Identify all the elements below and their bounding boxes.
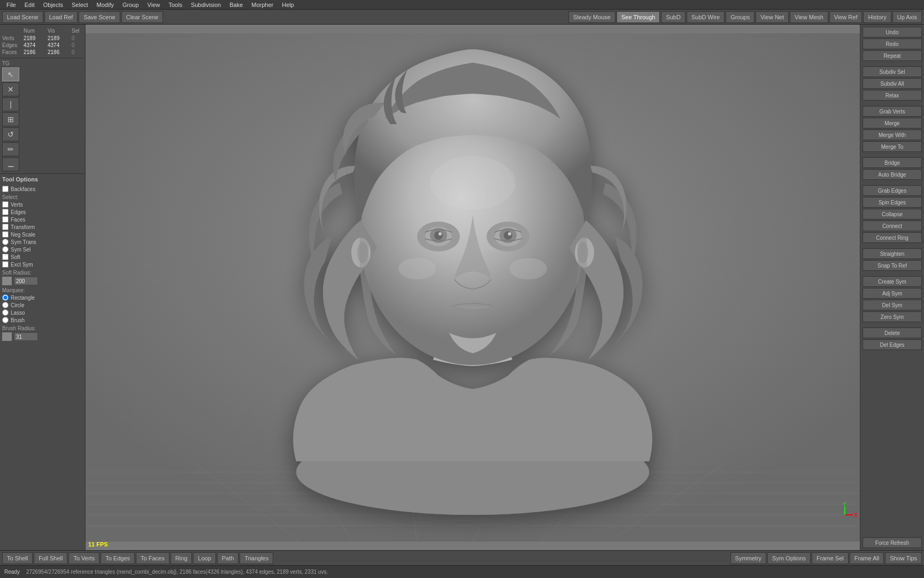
right-btn-undo[interactable]: Undo <box>863 27 922 37</box>
right-btn-merge[interactable]: Merge <box>863 118 922 128</box>
tool-cross[interactable]: ✕ <box>2 82 19 96</box>
right-btn-create-sym[interactable]: Create Sym <box>863 276 922 287</box>
right-btn-bridge[interactable]: Bridge <box>863 157 922 168</box>
menu-item-view[interactable]: View <box>143 2 165 8</box>
bottom-right-btn-sym-options[interactable]: Sym Options <box>767 552 811 564</box>
toolbar-btn-load-scene[interactable]: Load Scene <box>2 11 43 23</box>
right-btn-repeat[interactable]: Repeat <box>863 50 922 61</box>
menu-item-group[interactable]: Group <box>118 2 143 8</box>
right-btn-snap-to-ref[interactable]: Snap To Ref <box>863 260 922 271</box>
right-btn-delete[interactable]: Delete <box>863 328 922 338</box>
bottom-btn-to-verts[interactable]: To Verts <box>68 552 99 564</box>
menu-item-objects[interactable]: Objects <box>39 2 67 8</box>
svg-point-22 <box>504 231 512 240</box>
right-btn-merge-to[interactable]: Merge To <box>863 141 922 152</box>
toolbar-btn-see-through[interactable]: See Through <box>617 11 660 23</box>
bottom-btn-ring[interactable]: Ring <box>171 552 192 564</box>
right-btn-grab-edges[interactable]: Grab Edges <box>863 185 922 196</box>
tool-pen[interactable]: ✏ <box>2 142 19 156</box>
right-btn-subdiv-all[interactable]: Subdiv All <box>863 78 922 89</box>
right-btn-del-edges[interactable]: Del Edges <box>863 339 922 350</box>
rectangle-label: Rectangle <box>11 295 35 301</box>
sym-sel-radio[interactable] <box>2 246 9 253</box>
right-btn-straighten[interactable]: Straighten <box>863 248 922 259</box>
right-separator <box>863 102 922 105</box>
right-btn-force-refresh[interactable]: Force Refresh <box>863 537 922 548</box>
right-btn-collapse[interactable]: Collapse <box>863 209 922 219</box>
toolbar-btn-save-scene[interactable]: Save Scene <box>79 11 120 23</box>
rectangle-radio[interactable] <box>2 294 9 301</box>
toolbar-btn-subd[interactable]: SubD <box>661 11 686 23</box>
edges-checkbox[interactable] <box>2 209 9 215</box>
right-separator <box>863 244 922 247</box>
tool-loop[interactable]: ↺ <box>2 127 19 141</box>
bottom-btn-loop[interactable]: Loop <box>193 552 215 564</box>
right-btn-relax[interactable]: Relax <box>863 90 922 101</box>
bottom-btn-path[interactable]: Path <box>217 552 239 564</box>
tool-knife[interactable]: ⚊ <box>2 157 19 171</box>
menu-item-morpher[interactable]: Morpher <box>247 2 278 8</box>
neg-scale-checkbox[interactable] <box>2 231 9 238</box>
backfaces-checkbox[interactable] <box>2 186 9 192</box>
right-btn-connect[interactable]: Connect <box>863 220 922 231</box>
soft-radius-input[interactable] <box>14 277 38 285</box>
right-btn-zero-sym[interactable]: Zero Sym <box>863 311 922 322</box>
menu-item-help[interactable]: Help <box>278 2 298 8</box>
stats-blank <box>2 28 24 34</box>
bottom-btn-to-shell[interactable]: To Shell <box>2 552 33 564</box>
tool-line[interactable]: | <box>2 97 19 111</box>
menu-item-modify[interactable]: Modify <box>93 2 118 8</box>
right-btn-auto-bridge[interactable]: Auto Bridge <box>863 169 922 180</box>
verts-checkbox[interactable] <box>2 201 9 208</box>
menu-item-bake[interactable]: Bake <box>225 2 247 8</box>
svg-point-25 <box>398 258 436 279</box>
toolbar-btn-view-ref[interactable]: View Ref <box>829 11 863 23</box>
toolbar-btn-load-ref[interactable]: Load Ref <box>44 11 78 23</box>
soft-checkbox[interactable] <box>2 254 9 260</box>
tool-arrow[interactable]: ↖ <box>2 67 19 81</box>
right-btn-spin-edges[interactable]: Spin Edges <box>863 197 922 208</box>
toolbar-btn-groups[interactable]: Groups <box>726 11 754 23</box>
bottom-right-btn-symmetry[interactable]: Symmetry <box>730 552 767 564</box>
sym-trans-radio[interactable] <box>2 239 9 245</box>
toolbar-btn-view-net[interactable]: View Net <box>756 11 789 23</box>
show-tips-button[interactable]: Show Tips <box>885 552 922 564</box>
right-btn-connect-ring[interactable]: Connect Ring <box>863 232 922 243</box>
right-btn-subdiv-sel[interactable]: Subdiv Sel <box>863 66 922 77</box>
menu-item-file[interactable]: File <box>2 2 20 8</box>
bottom-btn-to-edges[interactable]: To Edges <box>101 552 135 564</box>
right-btn-redo[interactable]: Redo <box>863 39 922 49</box>
right-btn-del-sym[interactable]: Del Sym <box>863 300 922 310</box>
toolbar-btn-steady-mouse[interactable]: Steady Mouse <box>568 11 615 23</box>
bottom-right-btn-frame-sel[interactable]: Frame Sel <box>812 552 849 564</box>
faces-checkbox[interactable] <box>2 216 9 223</box>
bottom-btn-triangles[interactable]: Triangles <box>240 552 273 564</box>
toolbar-btn-clear-scene[interactable]: Clear Scene <box>121 11 164 23</box>
bottom-right-btn-frame-all[interactable]: Frame All <box>850 552 884 564</box>
toolbar-btn-up-axis[interactable]: Up Axis <box>892 11 922 23</box>
viewport[interactable]: X Y 11 FPS <box>86 25 860 550</box>
right-btn-grab-verts[interactable]: Grab Verts <box>863 106 922 117</box>
bottom-btn-to-faces[interactable]: To Faces <box>136 552 170 564</box>
toolbar-btn-history[interactable]: History <box>863 11 891 23</box>
menu-item-tools[interactable]: Tools <box>164 2 187 8</box>
menu-item-edit[interactable]: Edit <box>20 2 39 8</box>
toolbar-btn-view-mesh[interactable]: View Mesh <box>790 11 828 23</box>
lasso-radio[interactable] <box>2 309 9 316</box>
right-btn-merge-with[interactable]: Merge With <box>863 130 922 140</box>
brush-radius-input[interactable] <box>14 332 38 341</box>
circle-radio[interactable] <box>2 302 9 308</box>
left-panel: Num Vis Sel Verts 2189 2189 0 Edges 4374… <box>0 25 86 550</box>
menu-item-subdivision[interactable]: Subdivision <box>187 2 225 8</box>
transform-checkbox[interactable] <box>2 224 9 230</box>
toolbar-btn-subd-wire[interactable]: SubD Wire <box>687 11 725 23</box>
menu-item-select[interactable]: Select <box>67 2 93 8</box>
sym-sel-label: Sym Sel <box>11 247 30 253</box>
bottom-btn-full-shell[interactable]: Full Shell <box>34 552 67 564</box>
tool-grid[interactable]: ⊞ <box>2 112 19 126</box>
stats-rows: Verts 2189 2189 0 Edges 4374 4374 0 Face… <box>2 35 83 56</box>
brush-radio[interactable] <box>2 317 9 323</box>
svg-point-21 <box>434 231 443 240</box>
excl-sym-checkbox[interactable] <box>2 261 9 268</box>
right-btn-adj-sym[interactable]: Adj Sym <box>863 288 922 299</box>
